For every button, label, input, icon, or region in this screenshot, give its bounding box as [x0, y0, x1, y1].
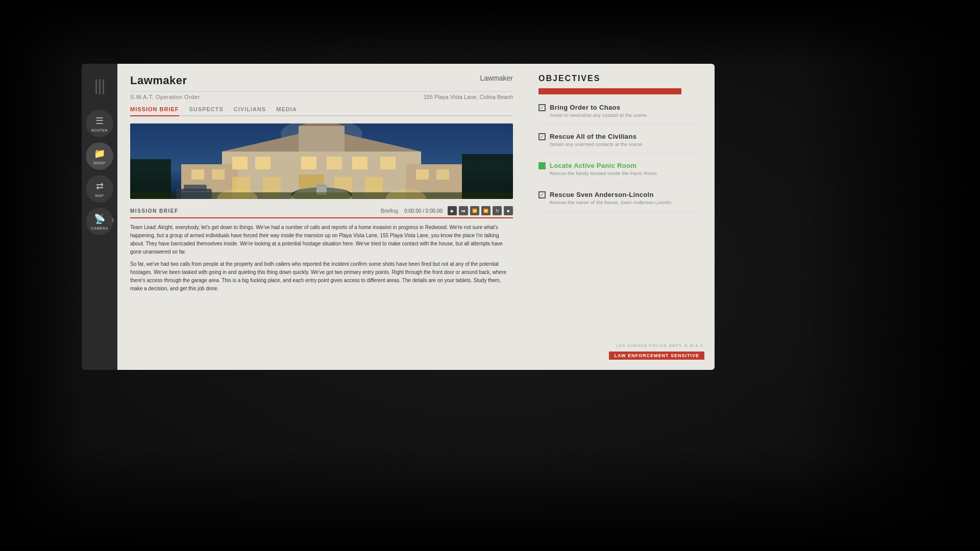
prev-chapter-button[interactable]: ⏮	[459, 206, 468, 215]
brief-paragraph-1: Team Lead: Alright, everybody, let's get…	[130, 223, 513, 256]
objective-desc-4: Rescue the owner of the house, Sven Ande…	[550, 200, 702, 205]
objective-header-2: Rescue All of the Civilians	[538, 133, 702, 140]
svg-marker-7	[299, 123, 345, 126]
svg-rect-13	[327, 157, 342, 169]
objective-header-1: Bring Order to Chaos	[538, 104, 702, 111]
objective-item-3: Locate Active Panic Room Rescue the fami…	[538, 162, 702, 183]
objective-title-2: Rescue All of the Civilians	[550, 133, 636, 140]
briefing-section-title: MISSION BRIEF	[130, 208, 179, 214]
rewind-button[interactable]: ⏪	[470, 206, 479, 215]
mansion-svg	[130, 123, 513, 199]
time-display: 0:00.00 / 0:00.00	[404, 208, 443, 214]
play-button[interactable]: ▶	[448, 206, 457, 215]
svg-rect-28	[212, 169, 225, 180]
main-content: Lawmaker Lawmaker S.W.A.T. Operation Ord…	[117, 64, 526, 370]
objective-checkbox-1	[538, 104, 546, 111]
objective-item-1: Bring Order to Chaos Arrest or neutraliz…	[538, 104, 702, 124]
objective-title-4: Rescue Sven Anderson-Lincoln	[550, 191, 654, 198]
forward-button[interactable]: ⏩	[481, 206, 491, 215]
objective-item-2: Rescue All of the Civilians Detain any u…	[538, 133, 702, 154]
tab-media[interactable]: MEDIA	[276, 106, 297, 115]
sidebar-item-map[interactable]: ⇄ MAP	[86, 175, 113, 203]
brief-icon: 📁	[94, 148, 105, 159]
document-subtitle: S.W.A.T. Operation Order 155 Playa Vista…	[130, 94, 513, 100]
sidebar-label-map: MAP	[95, 194, 104, 197]
mission-image	[130, 123, 513, 199]
svg-rect-27	[191, 169, 204, 180]
map-icon: ⇄	[96, 181, 104, 192]
objective-checkbox-2	[538, 133, 546, 140]
objective-desc-1: Arrest or neutralize any contact at the …	[550, 113, 702, 118]
briefing-header: MISSION BRIEF Briefing 0:00.00 / 0:00.00…	[130, 206, 513, 218]
document-title-right: Lawmaker	[480, 74, 513, 82]
objective-title-1: Bring Order to Chaos	[550, 104, 620, 111]
svg-rect-12	[301, 157, 316, 169]
stop-button[interactable]: ■	[504, 206, 513, 215]
roster-icon: ☰	[95, 115, 104, 127]
briefing-label: Briefing	[381, 208, 398, 214]
sidebar-label-camera: CAMERA	[91, 227, 108, 230]
tab-civilians[interactable]: CIVILIANS	[234, 106, 266, 115]
camera-icon: 📡	[94, 213, 105, 224]
objective-title-3: Locate Active Panic Room	[550, 162, 636, 169]
objectives-panel: OBJECTIVES Bring Order to Chaos Arrest o…	[526, 64, 715, 370]
document-header: Lawmaker Lawmaker	[130, 74, 513, 92]
svg-rect-14	[352, 157, 368, 169]
objective-desc-3: Rescue the family located inside the Pan…	[550, 171, 702, 176]
agency-label: LOS SUENOS POLICE DEPT. S.W.A.T.	[609, 343, 704, 348]
grip-bar	[103, 79, 104, 94]
sensitive-label: LAW ENFORCEMENT SENSITIVE	[609, 352, 704, 360]
svg-rect-10	[232, 157, 248, 169]
svg-rect-3	[462, 154, 513, 199]
grip-bar	[99, 79, 101, 94]
sidebar-item-brief[interactable]: 📁 BRIEF	[86, 142, 113, 170]
svg-rect-15	[380, 157, 396, 169]
svg-rect-30	[436, 169, 449, 180]
navigation-tabs: MISSION BRIEF SUSPECTS CIVILIANS MEDIA	[130, 106, 513, 116]
sidebar-grip	[95, 79, 104, 94]
grip-bar	[95, 79, 97, 94]
objective-item-4: Rescue Sven Anderson-Lincoln Rescue the …	[538, 191, 702, 212]
objective-checkbox-3	[538, 162, 546, 169]
mission-brief-text: Team Lead: Alright, everybody, let's get…	[130, 223, 513, 293]
objective-desc-2: Detain any unarmed contacts at the scene…	[550, 142, 702, 147]
objective-checkbox-4	[538, 191, 546, 198]
tab-mission-brief[interactable]: MISSION BRIEF	[130, 106, 179, 116]
sidebar-label-roster: ROSTER	[91, 129, 108, 132]
sidebar-expand-arrow[interactable]: ›	[111, 214, 114, 225]
sidebar-item-camera[interactable]: 📡 CAMERA	[86, 208, 113, 235]
footer-area: LOS SUENOS POLICE DEPT. S.W.A.T. LAW ENF…	[609, 343, 704, 360]
document-title: Lawmaker	[130, 74, 187, 87]
objective-header-3: Locate Active Panic Room	[538, 162, 702, 169]
objective-header-4: Rescue Sven Anderson-Lincoln	[538, 191, 702, 198]
svg-rect-6	[299, 126, 345, 152]
repeat-button[interactable]: ↻	[493, 206, 502, 215]
objectives-title: OBJECTIVES	[538, 74, 702, 83]
svg-rect-11	[255, 157, 271, 169]
sidebar-label-brief: BRIEF	[93, 161, 106, 165]
sidebar-item-roster[interactable]: ☰ ROSTER	[86, 110, 113, 137]
address-label: 155 Playa Vista Lane, Colina Beach	[424, 94, 513, 100]
operation-order-label: S.W.A.T. Operation Order	[130, 94, 200, 100]
svg-rect-29	[416, 169, 429, 180]
audio-controls: Briefing 0:00.00 / 0:00.00 ▶ ⏮ ⏪ ⏩ ↻ ■	[381, 206, 513, 215]
objectives-progress-bar	[538, 88, 681, 94]
tab-suspects[interactable]: SUSPECTS	[189, 106, 224, 115]
brief-paragraph-2: So far, we've had two calls from people …	[130, 260, 513, 293]
svg-rect-32	[184, 185, 207, 191]
